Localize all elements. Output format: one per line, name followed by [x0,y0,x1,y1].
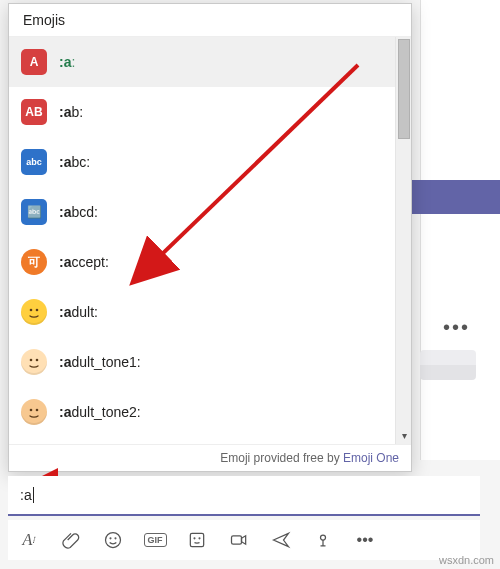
stream-icon[interactable] [312,529,334,551]
svg-rect-11 [190,533,203,546]
emoji-item[interactable]: 可:accept: [9,237,395,287]
meet-now-icon[interactable] [228,529,250,551]
gif-icon[interactable]: GIF [144,529,166,551]
send-icon[interactable] [270,529,292,551]
emoji-icon[interactable] [102,529,124,551]
emoji-shortcode: :accept: [59,254,109,270]
svg-point-9 [110,538,111,539]
emoji-shortcode: :abcd: [59,204,98,220]
message-more-icon[interactable]: ••• [443,316,470,339]
message-preview-blur [420,350,476,380]
popup-title: Emojis [9,4,411,37]
format-icon[interactable]: A⁞ [18,529,40,551]
attach-icon[interactable] [60,529,82,551]
scrollbar[interactable]: ▾ [395,37,411,444]
emoji-item[interactable]: A:a: [9,37,395,87]
emoji-glyph-icon: A [21,49,47,75]
emoji-glyph-icon: 可 [21,249,47,275]
svg-point-15 [321,535,326,540]
emoji-shortcode: :a: [59,54,75,70]
svg-point-8 [106,533,121,548]
popup-footer: Emoji provided free by Emoji One [9,444,411,471]
sticker-icon[interactable] [186,529,208,551]
emoji-glyph-icon: 🔤 [21,199,47,225]
emoji-glyph-icon [21,349,47,375]
emoji-picker-popup: Emojis A:a:AB:ab:abc:abc:🔤:abcd:可:accept… [8,3,412,472]
emoji-item[interactable]: :adult_tone2: [9,387,395,437]
svg-point-0 [30,309,33,312]
svg-point-1 [36,309,39,312]
side-panel [420,0,500,460]
scroll-down-icon[interactable]: ▾ [396,428,411,444]
emoji-item[interactable]: 🔤:abcd: [9,187,395,237]
channel-header-stripe [410,180,500,214]
emoji-shortcode: :ab: [59,104,83,120]
emoji-item[interactable]: abc:abc: [9,137,395,187]
scroll-thumb[interactable] [398,39,410,139]
emoji-glyph-icon: abc [21,149,47,175]
emoji-shortcode: :adult_tone1: [59,354,141,370]
svg-point-12 [194,538,195,539]
svg-point-2 [30,359,33,362]
svg-point-13 [199,538,200,539]
compose-input[interactable]: :a [8,476,480,516]
emoji-shortcode: :adult_tone2: [59,404,141,420]
svg-point-4 [30,409,33,412]
emoji-shortcode: :abc: [59,154,90,170]
svg-point-3 [36,359,39,362]
more-options-icon[interactable]: ••• [354,529,376,551]
emoji-item[interactable]: AB:ab: [9,87,395,137]
watermark: wsxdn.com [439,554,494,566]
text-caret [33,487,34,503]
emoji-glyph-icon [21,399,47,425]
compose-typed-text: :a [20,487,32,503]
svg-rect-14 [232,536,242,544]
emoji-list: A:a:AB:ab:abc:abc:🔤:abcd:可:accept::adult… [9,37,395,444]
emoji-item[interactable]: :adult: [9,287,395,337]
emoji-list-wrap: A:a:AB:ab:abc:abc:🔤:abcd:可:accept::adult… [9,37,411,444]
svg-point-5 [36,409,39,412]
emoji-item[interactable]: :adult_tone1: [9,337,395,387]
emoji-glyph-icon [21,299,47,325]
footer-text: Emoji provided free by [220,451,343,465]
emoji-shortcode: :adult: [59,304,98,320]
svg-point-10 [115,538,116,539]
emoji-one-link[interactable]: Emoji One [343,451,399,465]
compose-toolbar: A⁞ GIF ••• [8,520,480,560]
emoji-glyph-icon: AB [21,99,47,125]
